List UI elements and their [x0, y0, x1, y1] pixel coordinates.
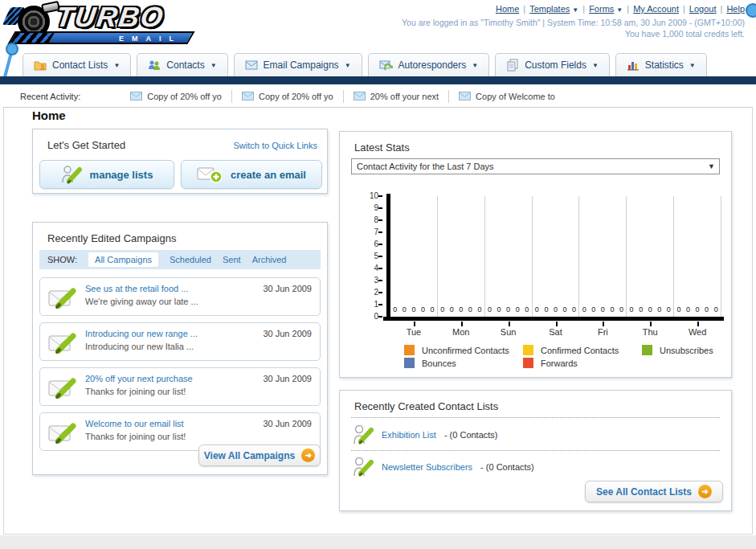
value-label: 0	[686, 305, 690, 313]
switch-quick-links[interactable]: Switch to Quick Links	[233, 141, 317, 150]
campaign-card[interactable]: Introducing our new range ... Introducin…	[39, 322, 321, 361]
value-label: 0	[582, 305, 586, 313]
chevron-down-icon: ▼	[472, 62, 478, 69]
contact-activity-chart: 109876543210 00000Tue00000Mon00000Sun000…	[349, 196, 725, 367]
campaign-date: 30 Jun 2009	[263, 374, 312, 383]
value-label: 0	[667, 305, 671, 313]
campaign-title-link[interactable]: Welcome to our email list	[85, 419, 184, 428]
tab-custom-fields[interactable]: Custom Fields ▼	[495, 53, 610, 76]
chart-plot: 00000Tue00000Mon00000Sun00000Sat00000Fri…	[390, 196, 721, 317]
value-label: 0	[403, 305, 407, 313]
legend-swatch	[523, 345, 533, 355]
link-my-account[interactable]: My Account	[633, 4, 679, 14]
contact-list-detail: - (0 Contacts)	[480, 462, 534, 472]
separator: |	[582, 4, 585, 14]
campaign-date: 30 Jun 2009	[263, 329, 312, 338]
logo-title: TURBO	[54, 1, 166, 33]
chart-day-group: 00000Sat	[533, 196, 580, 317]
legend-item: Confirmed Contacts	[523, 345, 642, 355]
campaign-subtitle: We're giving away our late ...	[85, 297, 198, 306]
value-label: 0	[516, 305, 520, 313]
arrow-right-icon: ➜	[698, 485, 712, 498]
link-home[interactable]: Home	[496, 4, 519, 14]
campaigns-panel: Recently Edited Campaigns SHOW: All Camp…	[32, 222, 328, 475]
filter-archived[interactable]: Archived	[252, 255, 287, 264]
link-templates[interactable]: Templates	[529, 4, 570, 14]
latest-stats-panel: Latest Stats Contact Activity for the La…	[339, 131, 732, 378]
chevron-down-icon: ▼	[345, 62, 351, 69]
login-line1: You are logged in as "Timothy Smith" | S…	[402, 17, 745, 28]
value-label: 0	[450, 305, 454, 313]
filter-sent[interactable]: Sent	[223, 255, 241, 264]
create-email-button[interactable]: create an email	[181, 160, 322, 189]
legend-item: Unsubscribes	[642, 345, 756, 355]
x-tick-label: Sun	[485, 327, 532, 337]
value-label: 0	[630, 305, 634, 313]
person-pencil-icon	[61, 164, 82, 185]
campaign-card[interactable]: 20% off your next purchase Thanks for jo…	[39, 367, 321, 406]
header: TURBO EMAIL Home|Templates ▼|Forms ▼|My …	[0, 0, 756, 53]
recent-activity-item[interactable]: 20% off your next	[344, 90, 449, 103]
show-label: SHOW:	[47, 255, 77, 264]
filter-all-campaigns[interactable]: All Campaigns	[88, 252, 158, 267]
legend-swatch	[404, 345, 415, 355]
value-label: 0	[714, 305, 718, 313]
report-select[interactable]: Contact Activity for the Last 7 Days ▼	[351, 158, 720, 174]
tab-statistics[interactable]: Statistics ▼	[615, 53, 707, 76]
link-forms[interactable]: Forms	[589, 4, 614, 14]
campaign-card[interactable]: See us at the retail food ... We're givi…	[39, 277, 321, 316]
activity-label: Copy of 20% off yo	[147, 92, 222, 101]
x-tick-label: Fri	[579, 327, 626, 337]
legend-swatch	[404, 358, 415, 368]
get-started-panel: Let's Get Started Switch to Quick Links …	[32, 129, 328, 194]
tab-label: Contacts	[166, 59, 204, 71]
envelope-arrow-icon	[379, 59, 393, 72]
recent-activity-item[interactable]: Copy of 20% off yo	[121, 90, 232, 103]
chevron-down-icon: ▼	[708, 162, 715, 170]
campaign-title-link[interactable]: See us at the retail food ...	[85, 284, 188, 293]
campaign-filters: SHOW: All Campaigns Scheduled Sent Archi…	[39, 250, 321, 269]
x-tick-label: Tue	[390, 327, 437, 337]
tab-autoresponders[interactable]: Autoresponders ▼	[368, 53, 490, 76]
tab-contacts[interactable]: Contacts ▼	[137, 53, 227, 76]
view-all-campaigns-button[interactable]: View All Campaigns ➜	[198, 445, 321, 466]
create-email-label: create an email	[231, 169, 306, 181]
link-logout[interactable]: Logout	[689, 4, 717, 14]
app-window: TURBO EMAIL Home|Templates ▼|Forms ▼|My …	[0, 0, 756, 549]
bar-chart-icon	[627, 59, 640, 72]
manage-lists-button[interactable]: manage lists	[39, 160, 174, 189]
x-tick-label: Wed	[674, 327, 721, 337]
value-label: 0	[544, 305, 548, 313]
value-label: 0	[601, 305, 605, 313]
chevron-down-icon: ▼	[689, 62, 696, 69]
contact-list-link[interactable]: Exhibition List	[382, 430, 436, 440]
activity-label: 20% off your next	[370, 92, 439, 101]
chart-day-group: 00000Fri	[579, 196, 627, 317]
envelope-pencil-icon	[48, 375, 77, 399]
value-label: 0	[657, 305, 661, 313]
tab-contact-lists[interactable]: Contact Lists ▼	[22, 53, 131, 76]
legend-item: Forwards	[523, 358, 642, 368]
value-label: 0	[705, 305, 709, 313]
help-bubble-icon[interactable]	[746, 3, 756, 18]
tab-email-campaigns[interactable]: Email Campaigns ▼	[234, 53, 362, 76]
filter-scheduled[interactable]: Scheduled	[170, 255, 211, 264]
value-label: 0	[488, 305, 492, 313]
campaign-title-link[interactable]: Introducing our new range ...	[85, 329, 198, 338]
link-help[interactable]: Help	[726, 4, 745, 14]
see-all-contact-lists-button[interactable]: See All Contact Lists ➜	[585, 481, 723, 502]
people-icon	[148, 59, 161, 72]
value-label: 0	[572, 305, 576, 313]
campaign-title-link[interactable]: 20% off your next purchase	[85, 374, 193, 383]
page-title: Home	[32, 109, 66, 122]
login-info: You are logged in as "Timothy Smith" | S…	[402, 17, 745, 39]
separator: |	[721, 4, 723, 14]
manage-lists-label: manage lists	[90, 169, 153, 181]
recent-activity-item[interactable]: Copy of 20% off yo	[232, 90, 344, 103]
envelope-icon	[353, 92, 366, 100]
recent-activity-label: Recent Activity:	[20, 92, 80, 101]
value-label: 0	[648, 305, 652, 313]
recent-activity-item[interactable]: Copy of Welcome to	[449, 90, 565, 103]
contact-list-link[interactable]: Newsletter Subscribers	[382, 462, 472, 472]
value-label: 0	[431, 305, 435, 313]
